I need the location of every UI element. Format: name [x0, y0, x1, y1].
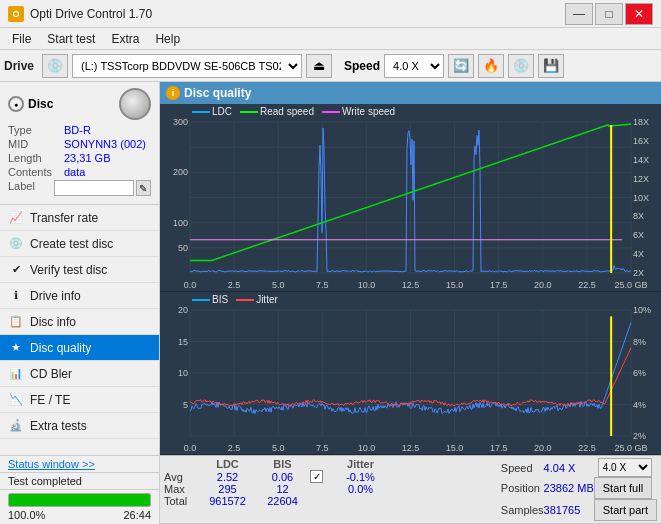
disc-quality-title: Disc quality [184, 86, 251, 100]
status-text: Test completed [8, 475, 82, 487]
ldc-color [192, 111, 210, 113]
progress-labels: 100.0% 26:44 [8, 509, 151, 521]
toolbar: Drive 💿 (L:) TSSTcorp BDDVDW SE-506CB TS… [0, 50, 661, 82]
progress-bar-outer [8, 493, 151, 507]
speed-pos-table: Speed 4.04 X 4.0 X Position 23 [501, 458, 657, 521]
disc-quality-icon-header: i [166, 86, 180, 100]
create-test-disc-icon: 💿 [8, 236, 24, 252]
legend-write-speed: Write speed [322, 106, 395, 117]
status-text-area: Test completed [0, 472, 159, 489]
max-jitter: 0.0% [328, 483, 393, 495]
avg-ldc: 2.52 [200, 470, 255, 483]
sidebar-item-transfer-rate[interactable]: 📈 Transfer rate [0, 205, 159, 231]
type-key: Type [8, 124, 64, 136]
disc-info-icon: 📋 [8, 314, 24, 330]
chart1-canvas [160, 104, 661, 291]
right-controls: Speed 4.04 X 4.0 X Position 23 [501, 458, 657, 521]
window-controls: — □ ✕ [565, 3, 653, 25]
jitter-label: Jitter [256, 294, 278, 305]
jitter-checkbox[interactable]: ✓ [310, 470, 323, 483]
menu-file[interactable]: File [4, 30, 39, 48]
burn-button[interactable]: 🔥 [478, 54, 504, 78]
app-icon: O [8, 6, 24, 22]
maximize-button[interactable]: □ [595, 3, 623, 25]
eject-button[interactable]: ⏏ [306, 54, 332, 78]
sidebar-item-disc-info[interactable]: 📋 Disc info [0, 309, 159, 335]
progress-percent: 100.0% [8, 509, 45, 521]
mid-value: SONYNN3 (002) [64, 138, 151, 150]
samples-value: 381765 [544, 499, 594, 521]
sidebar-item-create-test-disc[interactable]: 💿 Create test disc [0, 231, 159, 257]
ldc-header: LDC [200, 458, 255, 470]
drive-info-icon: ℹ [8, 288, 24, 304]
transfer-rate-icon: 📈 [8, 210, 24, 226]
position-label: Position [501, 477, 544, 499]
sidebar: ● Disc Type BD-R MID SONYNN3 (002) Lengt… [0, 82, 160, 524]
read-speed-color [240, 111, 258, 113]
disc-label-row: Label ✎ [8, 180, 151, 196]
sidebar-item-drive-info[interactable]: ℹ Drive info [0, 283, 159, 309]
legend-bis: BIS [192, 294, 228, 305]
mid-key: MID [8, 138, 64, 150]
sidebar-item-cd-bler[interactable]: 📊 CD Bler [0, 361, 159, 387]
sidebar-item-extra-tests[interactable]: 🔬 Extra tests [0, 413, 159, 439]
save-button[interactable]: 💾 [538, 54, 564, 78]
total-bis: 22604 [255, 495, 310, 507]
sidebar-item-verify-test-disc[interactable]: ✔ Verify test disc [0, 257, 159, 283]
chart1-area: LDC Read speed Write speed [160, 104, 661, 292]
sidebar-item-fe-te[interactable]: 📉 FE / TE [0, 387, 159, 413]
avg-speed-val: 4.04 X [544, 458, 594, 477]
type-value: BD-R [64, 124, 151, 136]
disc-quality-icon: ★ [8, 340, 24, 356]
drive-icon-btn[interactable]: 💿 [42, 54, 68, 78]
avg-bis: 0.06 [255, 470, 310, 483]
extra-tests-icon: 🔬 [8, 418, 24, 434]
total-label: Total [164, 495, 200, 507]
read-speed-label: Read speed [260, 106, 314, 117]
menu-extra[interactable]: Extra [103, 30, 147, 48]
sidebar-item-disc-quality[interactable]: ★ Disc quality [0, 335, 159, 361]
minimize-button[interactable]: — [565, 3, 593, 25]
disc-graphic [119, 88, 151, 120]
start-part-button[interactable]: Start part [594, 499, 657, 521]
avg-label: Avg [164, 470, 200, 483]
length-value: 23,31 GB [64, 152, 151, 164]
legend-jitter: Jitter [236, 294, 278, 305]
drive-select[interactable]: (L:) TSSTcorp BDDVDW SE-506CB TS02 [72, 54, 302, 78]
menu-start-test[interactable]: Start test [39, 30, 103, 48]
jitter-header: Jitter [328, 458, 393, 470]
max-ldc: 295 [200, 483, 255, 495]
disc-button[interactable]: 💿 [508, 54, 534, 78]
ldc-label: LDC [212, 106, 232, 117]
disc-icon: ● [8, 96, 24, 112]
verify-test-disc-icon: ✔ [8, 262, 24, 278]
length-key: Length [8, 152, 64, 164]
contents-key: Contents [8, 166, 64, 178]
speed-select[interactable]: 4.0 X [384, 54, 444, 78]
status-bar: Status window >> [0, 455, 159, 472]
nav-section: 📈 Transfer rate 💿 Create test disc ✔ Ver… [0, 205, 159, 455]
menu-help[interactable]: Help [147, 30, 188, 48]
write-speed-label: Write speed [342, 106, 395, 117]
bis-label: BIS [212, 294, 228, 305]
disc-panel: ● Disc Type BD-R MID SONYNN3 (002) Lengt… [0, 82, 159, 205]
write-speed-color [322, 111, 340, 113]
samples-label: Samples [501, 499, 544, 521]
label-key: Label [8, 180, 54, 196]
chart2-area: BIS Jitter [160, 292, 661, 455]
chart1-legend: LDC Read speed Write speed [192, 106, 395, 117]
stats-row: LDC BIS Jitter Avg 2.52 0.06 ✓ [160, 456, 661, 524]
speed-selector[interactable]: 4.0 X [598, 458, 652, 477]
app-title: Opti Drive Control 1.70 [30, 7, 565, 21]
fe-te-icon: 📉 [8, 392, 24, 408]
close-button[interactable]: ✕ [625, 3, 653, 25]
start-full-button[interactable]: Start full [594, 477, 652, 499]
disc-type-row: Type BD-R [8, 124, 151, 136]
status-window-button[interactable]: Status window >> [8, 458, 95, 470]
title-bar: O Opti Drive Control 1.70 — □ ✕ [0, 0, 661, 28]
label-edit-button[interactable]: ✎ [136, 180, 151, 196]
disc-mid-row: MID SONYNN3 (002) [8, 138, 151, 150]
chart2-canvas [160, 292, 661, 454]
refresh-button[interactable]: 🔄 [448, 54, 474, 78]
label-input[interactable] [54, 180, 134, 196]
